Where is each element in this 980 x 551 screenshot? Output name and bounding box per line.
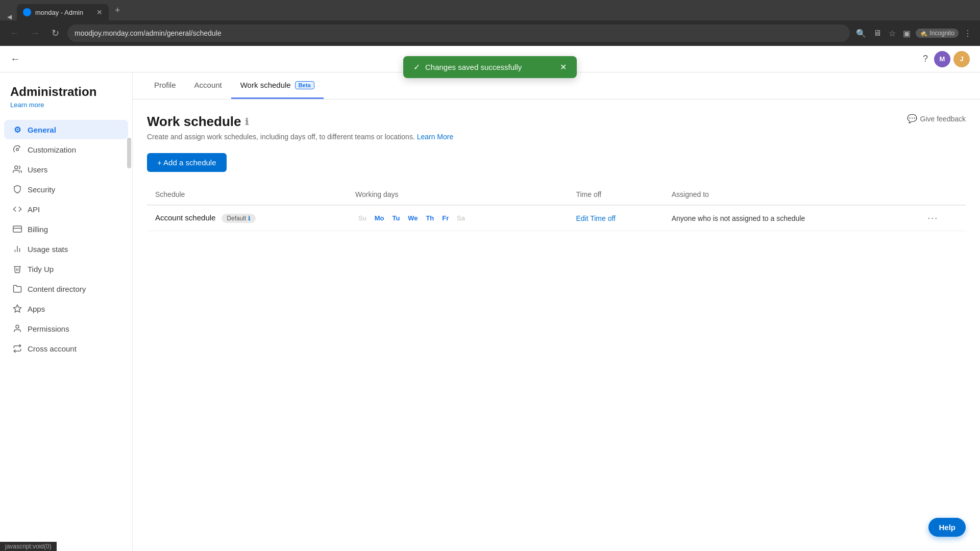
sidebar-scrollbar[interactable] [127,138,131,168]
svg-point-1 [15,166,18,169]
tab-work-schedule[interactable]: Work schedule Beta [231,72,324,99]
svg-marker-7 [14,305,21,312]
users-icon [12,164,22,174]
edit-time-off-link[interactable]: Edit [576,214,588,222]
tab-beta-badge: Beta [295,81,314,89]
star-icon[interactable]: ☆ [887,27,898,40]
table-row: Account schedule Default ℹ Su Mo Tu We T… [147,205,966,231]
table-body: Account schedule Default ℹ Su Mo Tu We T… [147,205,966,231]
address-bar[interactable]: moodjoy.monday.com/admin/general/schedul… [67,24,850,42]
sidebar-item-label-usage-stats: Usage stats [28,245,68,254]
time-off-cell: Edit Time off [568,205,663,231]
help-button[interactable]: Help [928,518,966,537]
new-tab-button[interactable]: + [111,3,125,18]
sidebar-learn-more-link[interactable]: Learn more [10,101,44,109]
day-tu: Tu [389,214,402,222]
stats-icon [12,244,22,254]
tab-close-btn[interactable]: ✕ [96,8,103,16]
header-row: Schedule Working days Time off Assigned … [147,184,966,205]
default-badge[interactable]: Default ℹ [222,214,256,223]
tab-work-schedule-label: Work schedule [240,81,291,89]
description-text: Create and assign work schedules, includ… [147,133,415,141]
tab-profile-label: Profile [154,81,176,89]
avatar-group: M J [934,51,970,67]
customization-icon [12,144,22,155]
sidebar-item-cross-account[interactable]: Cross account [4,339,128,358]
default-badge-label: Default [227,215,246,222]
row-actions-cell: ··· [919,205,966,231]
page-title-group: Work schedule ℹ [147,114,249,130]
sidebar-item-label-content-directory: Content directory [28,285,86,293]
add-schedule-button[interactable]: + Add a schedule [147,153,227,172]
address-text: moodjoy.monday.com/admin/general/schedul… [75,29,221,37]
shield-icon [12,184,22,194]
sidebar-item-label-api: API [28,205,40,214]
sidebar-item-billing[interactable]: Billing [4,219,128,239]
search-icon[interactable]: 🔍 [854,27,868,40]
incognito-label: Incognito [929,30,954,37]
notification-close-button[interactable]: ✕ [560,62,567,72]
sidebar-item-customization[interactable]: Customization [4,140,128,159]
sidebar-item-label-cross-account: Cross account [28,344,77,353]
browser-toolbar: ← → ↻ moodjoy.monday.com/admin/general/s… [0,20,980,46]
schedule-table: Schedule Working days Time off Assigned … [147,184,966,231]
sidebar-item-general[interactable]: ⚙ General [4,120,128,139]
tab-profile[interactable]: Profile [145,72,185,99]
sidebar-item-security[interactable]: Security [4,180,128,199]
cast-icon[interactable]: 🖥 [871,27,884,40]
reload-button[interactable]: ↻ [47,25,63,41]
tidy-up-icon [12,264,22,274]
feedback-icon: 💬 [907,114,917,123]
sidebar-item-permissions[interactable]: Permissions [4,319,128,338]
back-nav-button[interactable]: ← [6,25,22,41]
forward-nav-button[interactable]: → [27,25,43,41]
tab-account-label: Account [194,81,222,89]
info-icon[interactable]: ℹ [245,116,249,128]
sidebar-item-label-users: Users [28,165,47,174]
sidebar-item-label-permissions: Permissions [28,324,69,333]
sidebar: Administration Learn more ⚙ General Cust… [0,46,133,551]
sidebar-item-apps[interactable]: Apps [4,299,128,318]
assigned-to-cell: Anyone who is not assigned to a schedule [664,205,920,231]
back-button[interactable]: ← [10,53,20,65]
sidebar-item-label-apps: Apps [28,305,45,313]
sidebar-icon[interactable]: ▣ [901,27,913,40]
more-options-button[interactable]: ··· [927,213,938,223]
avatar-secondary[interactable]: J [953,51,970,67]
schedule-name-cell: Account schedule Default ℹ [147,205,347,231]
status-text: javascript:void(0) [5,543,52,550]
sidebar-item-users[interactable]: Users [4,160,128,179]
learn-more-link[interactable]: Learn More [417,133,454,141]
working-days-cell: Su Mo Tu We Th Fr Sa [347,205,568,231]
col-working-days: Working days [347,184,568,205]
incognito-icon: 🕵 [920,30,927,37]
time-off-action-link[interactable]: Time off [590,214,616,222]
browser-tab-active[interactable]: monday - Admin ✕ [17,4,109,20]
sidebar-title: Administration [10,85,122,99]
avatar-primary[interactable]: M [934,51,950,67]
app-container: ← ? M J Administration Learn more ⚙ Gene… [0,46,980,551]
assigned-to-text: Anyone who is not assigned to a schedule [672,214,805,222]
info-badge-icon: ℹ [248,215,251,222]
page-title: Work schedule ℹ [147,114,249,130]
col-assigned-to: Assigned to [664,184,920,205]
more-options-icon[interactable]: ⋮ [962,27,974,40]
incognito-badge: 🕵 Incognito [916,29,959,38]
toolbar-icons: 🔍 🖥 ☆ ▣ 🕵 Incognito ⋮ [854,27,974,40]
cross-account-icon [12,343,22,354]
give-feedback-link[interactable]: 💬 Give feedback [907,114,966,123]
day-we: We [405,214,420,222]
tab-title: monday - Admin [35,9,83,16]
tab-history[interactable]: ◀ [4,13,15,20]
sidebar-nav: ⚙ General Customization Users Security [0,113,132,551]
sidebar-item-api[interactable]: API [4,199,128,219]
status-bar: javascript:void(0) [0,542,57,551]
main-content: Profile Account Work schedule Beta Work … [133,46,980,551]
tab-account[interactable]: Account [185,72,231,99]
sidebar-item-tidy-up[interactable]: Tidy Up [4,259,128,279]
page-header: Work schedule ℹ 💬 Give feedback [147,114,966,130]
sidebar-item-content-directory[interactable]: Content directory [4,279,128,298]
help-icon[interactable]: ? [923,54,928,64]
success-notification: ✓ Changes saved successfully ✕ [403,56,577,78]
sidebar-item-usage-stats[interactable]: Usage stats [4,239,128,259]
